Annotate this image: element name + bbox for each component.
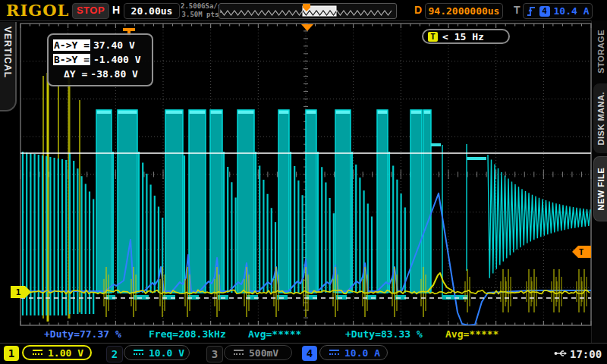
frequency-counter-badge: T < 15 Hz (422, 29, 510, 44)
svg-text:T: T (579, 247, 584, 257)
measurement-duty-ch4[interactable]: +Duty=77.37 % (44, 328, 121, 340)
wave-ch2 (189, 110, 206, 293)
ch1-ground-marker[interactable]: 1 (11, 286, 31, 298)
measurement-avg-ch2[interactable]: Avg=***** (248, 328, 301, 340)
wave-ch2 (488, 155, 590, 278)
trigger-position-marker[interactable] (301, 24, 313, 31)
cursor-readout-box: A->Y = 37.40 V B->Y = -1.400 V ΔY = -38.… (47, 33, 153, 86)
wave-ch2 (165, 110, 183, 293)
measurement-freq-ch2[interactable]: Freq=208.3kHz (149, 328, 226, 340)
wave-ch2 (352, 152, 372, 293)
wave-ch2 (377, 110, 388, 293)
wave-ch2 (70, 153, 93, 314)
measurement-avg-ch1[interactable]: Avg=***** (445, 328, 498, 340)
cursor-delta-row: ΔY = -38.80 V (53, 67, 147, 81)
oscilloscope-screen: T1 RIGOL STOP H 20.00us 2.500GSa/s 3.50M… (0, 0, 607, 364)
measurement-duty-ch2[interactable]: +Duty=83.33 % (345, 328, 423, 340)
wave-ch2 (118, 110, 137, 293)
wave-ch2 (278, 110, 289, 293)
wave-ch2 (335, 110, 351, 293)
wave-ch2 (256, 152, 275, 293)
wave-ch2 (139, 152, 162, 293)
cursor-b-row: B->Y = -1.400 V (53, 52, 147, 67)
trigger-level-marker[interactable]: T (572, 246, 591, 258)
wave-ch2 (96, 110, 112, 293)
freq-counter-t-icon: T (428, 32, 438, 42)
wave-ch2 (318, 152, 334, 293)
svg-text:1: 1 (16, 287, 21, 297)
wave-ch2 (423, 110, 431, 293)
wave-ch2 (306, 110, 316, 293)
cursor-a-row: A->Y = 37.40 V (53, 38, 147, 52)
